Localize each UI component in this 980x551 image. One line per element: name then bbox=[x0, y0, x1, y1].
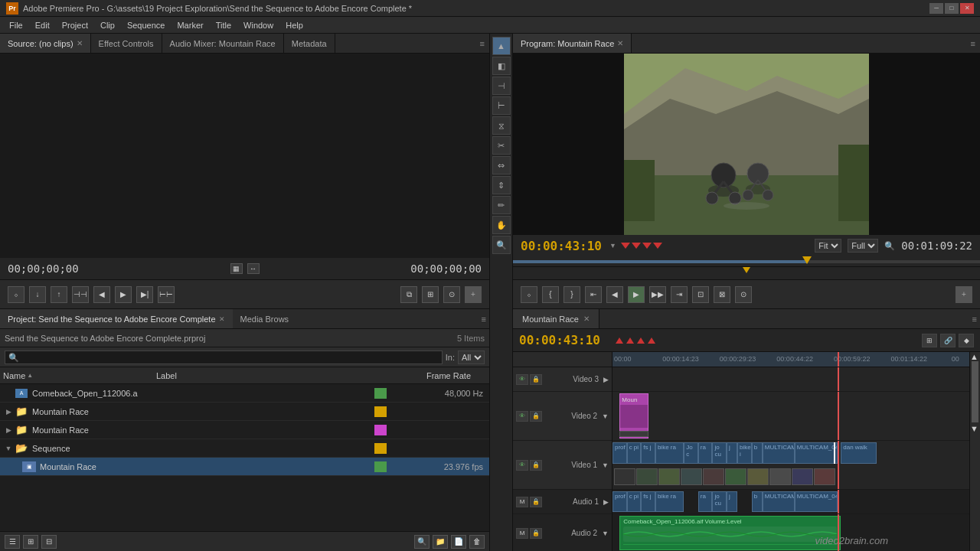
hand-tool-btn[interactable]: ✋ bbox=[492, 216, 511, 234]
list-item[interactable]: ▼ 📂 Sequence bbox=[0, 439, 489, 458]
minimize-button[interactable]: ─ bbox=[929, 3, 943, 14]
prog-play-btn[interactable]: ▶ bbox=[628, 286, 645, 303]
slip-tool-btn[interactable]: ⇔ bbox=[492, 156, 511, 174]
menu-project[interactable]: Project bbox=[56, 19, 94, 31]
source-play-btn[interactable]: ▶ bbox=[115, 286, 132, 303]
menu-help[interactable]: Help bbox=[279, 19, 309, 31]
a1-expand-icon[interactable]: ▶ bbox=[603, 498, 609, 506]
program-scrub-bar[interactable] bbox=[513, 256, 980, 267]
v1-clip-j[interactable]: j bbox=[727, 442, 737, 464]
project-search-input[interactable] bbox=[5, 350, 443, 364]
slide-tool-btn[interactable]: ⇕ bbox=[492, 176, 511, 194]
a1-clip-bikera[interactable]: bike ra bbox=[655, 491, 684, 512]
program-close-icon[interactable]: ✕ bbox=[617, 39, 623, 47]
v1-clip-bikera[interactable]: bike ra bbox=[655, 442, 684, 464]
timeline-tab-mountain-race[interactable]: Mountain Race ✕ bbox=[513, 309, 599, 328]
v1-clip-ra[interactable]: ra bbox=[698, 442, 713, 464]
program-menu-icon[interactable]: ≡ bbox=[971, 39, 975, 48]
prog-play-in-out-btn[interactable]: ▶▶ bbox=[649, 286, 666, 303]
v2-level-slider[interactable] bbox=[619, 431, 648, 437]
a1-clip-prof[interactable]: prof bbox=[612, 491, 627, 512]
menu-edit[interactable]: Edit bbox=[29, 19, 56, 31]
v1-lock-btn[interactable]: 🔒 bbox=[530, 460, 542, 471]
v1-expand-icon[interactable]: ▼ bbox=[602, 461, 609, 469]
menu-clip[interactable]: Clip bbox=[94, 19, 121, 31]
menu-marker[interactable]: Marker bbox=[171, 19, 209, 31]
v1-clip-jocu[interactable]: jo cu bbox=[712, 442, 727, 464]
source-step-back-btn[interactable]: ◀ bbox=[93, 286, 110, 303]
close-button[interactable]: ✕ bbox=[960, 3, 974, 14]
scroll-up-arrow[interactable]: ▲ bbox=[970, 352, 980, 360]
maximize-button[interactable]: □ bbox=[945, 3, 959, 14]
prog-mark-out-btn[interactable]: { bbox=[542, 286, 559, 303]
a1-clip-cpi[interactable]: c pi bbox=[627, 491, 642, 512]
scroll-down-arrow[interactable]: ▼ bbox=[970, 424, 980, 432]
source-mark-in-btn[interactable]: ⬦ bbox=[8, 286, 24, 303]
a2-expand-icon[interactable]: ▼ bbox=[602, 530, 609, 537]
timeline-menu-icon[interactable]: ≡ bbox=[972, 315, 977, 324]
new-item-btn[interactable]: 📄 bbox=[451, 535, 466, 549]
rate-stretch-tool-btn[interactable]: ⧖ bbox=[492, 116, 511, 135]
v1-clip-danwalk[interactable]: dan walk bbox=[841, 442, 877, 464]
prog-lift-btn[interactable]: ⊡ bbox=[692, 286, 709, 303]
tab-effect-controls[interactable]: Effect Controls bbox=[91, 34, 162, 53]
a1-lock-btn[interactable]: 🔒 bbox=[530, 497, 542, 507]
project-close-icon[interactable]: ✕ bbox=[219, 315, 225, 323]
tab-metadata[interactable]: Metadata bbox=[284, 34, 335, 53]
timeline-v-scrollbar[interactable]: ▲ ▼ bbox=[969, 352, 980, 551]
v1-clip-joc[interactable]: Jo c bbox=[684, 442, 698, 464]
v1-clip-cpi[interactable]: c pi bbox=[627, 442, 642, 464]
a1-clip-multicam1[interactable]: MULTICAM bbox=[763, 491, 795, 512]
menu-window[interactable]: Window bbox=[237, 19, 279, 31]
tab-audio-mixer[interactable]: Audio Mixer: Mountain Race bbox=[162, 34, 284, 53]
list-item[interactable]: ▶ 📁 Mountain Race bbox=[0, 403, 489, 421]
freeform-view-btn[interactable]: ⊟ bbox=[41, 535, 57, 549]
source-camera-btn[interactable]: ⊙ bbox=[443, 286, 460, 303]
timeline-close-icon[interactable]: ✕ bbox=[583, 315, 590, 323]
source-mark-out-btn[interactable]: ↓ bbox=[29, 286, 46, 303]
a1-mute-btn[interactable]: M bbox=[516, 497, 528, 507]
v2-eye-btn[interactable]: 👁 bbox=[516, 411, 528, 422]
rolling-edit-tool-btn[interactable]: ⊢ bbox=[492, 96, 511, 115]
project-panel-menu-icon[interactable]: ≡ bbox=[482, 315, 486, 324]
search-footer-btn[interactable]: 🔍 bbox=[414, 535, 430, 549]
prog-go-in-btn[interactable]: } bbox=[564, 286, 580, 303]
source-step-fwd-btn[interactable]: ▶| bbox=[136, 286, 153, 303]
v1-clip-prof[interactable]: prof bbox=[612, 442, 627, 464]
prog-step-back-btn[interactable]: ◀ bbox=[606, 286, 623, 303]
v2-expand-icon[interactable]: ▼ bbox=[602, 412, 609, 420]
tl-add-marker-btn[interactable]: ◆ bbox=[959, 334, 974, 347]
tl-snap-btn[interactable]: ⊞ bbox=[922, 334, 937, 347]
source-insert-btn[interactable]: ⧉ bbox=[400, 286, 417, 303]
prog-go-prev-edit-btn[interactable]: ⇤ bbox=[585, 286, 602, 303]
zoom-select[interactable]: Full bbox=[848, 239, 878, 253]
new-bin-btn[interactable]: 📁 bbox=[433, 535, 448, 549]
razor-tool-btn[interactable]: ✂ bbox=[492, 136, 511, 155]
fit-select[interactable]: Fit bbox=[815, 239, 841, 253]
v1-clip-multicam1[interactable]: MULTICAM bbox=[763, 442, 795, 464]
a1-clip-multicam2[interactable]: MULTICAM_04.m bbox=[795, 491, 838, 512]
clear-btn[interactable]: 🗑 bbox=[469, 535, 485, 549]
source-go-in-btn[interactable]: ↑ bbox=[51, 286, 67, 303]
menu-title[interactable]: Title bbox=[210, 19, 237, 31]
a1-clip-b[interactable]: b bbox=[752, 491, 763, 512]
v1-clip-fsj[interactable]: fs j bbox=[641, 442, 655, 464]
list-view-btn[interactable]: ☰ bbox=[5, 535, 20, 549]
v3-expand-icon[interactable]: ▶ bbox=[603, 376, 609, 383]
scroll-thumb[interactable] bbox=[972, 361, 978, 422]
ripple-edit-tool-btn[interactable]: ⊣ bbox=[492, 77, 511, 95]
tab-project[interactable]: Project: Send the Sequence to Adobe Enco… bbox=[0, 309, 233, 328]
selection-tool-btn[interactable]: ▲ bbox=[492, 37, 511, 55]
tab-media-browser[interactable]: Media Brows bbox=[233, 309, 297, 328]
source-panel-menu-icon[interactable]: ≡ bbox=[480, 39, 485, 48]
a1-clip-jocu[interactable]: jo cu bbox=[712, 491, 727, 512]
list-item[interactable]: A Comeback_Open_112006.a 48,000 Hz bbox=[0, 384, 489, 403]
prog-camera-btn[interactable]: ⊙ bbox=[735, 286, 752, 303]
in-select[interactable]: All bbox=[458, 350, 485, 364]
source-close-icon[interactable]: ✕ bbox=[77, 39, 83, 47]
v1-eye-btn[interactable]: 👁 bbox=[516, 460, 528, 471]
prog-extract-btn[interactable]: ⊠ bbox=[714, 286, 730, 303]
track-select-tool-btn[interactable]: ◧ bbox=[492, 57, 511, 75]
a2-green-clip[interactable]: Comeback_Open_112006.aif Volume:Level bbox=[619, 516, 841, 550]
prog-mark-in-btn[interactable]: ⬦ bbox=[521, 286, 537, 303]
